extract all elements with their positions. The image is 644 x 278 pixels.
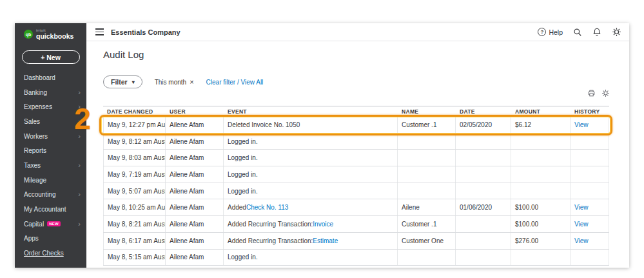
quickbooks-label: quickbooks (36, 33, 73, 40)
filter-button[interactable]: Filter ▾ (103, 75, 142, 88)
table-row[interactable]: May 9, 5:07 am Australia...Ailene AfamLo… (103, 183, 609, 200)
event-text: Logged in. (228, 138, 258, 145)
sidebar-item-label: Sales (24, 118, 40, 125)
cell-date: 02/05/2020 (456, 117, 511, 133)
sidebar-item-mileage[interactable]: Mileage (15, 173, 86, 188)
caret-down-icon: ▾ (132, 79, 135, 85)
sidebar-item-capital[interactable]: CapitalNEW› (15, 217, 86, 232)
chevron-right-icon: › (78, 103, 81, 110)
table-row[interactable]: May 8, 10:25 am Australi...Ailene AfamAd… (103, 199, 609, 216)
cell-date (456, 216, 511, 232)
remove-filter-icon[interactable]: × (190, 78, 193, 86)
cell-history (571, 166, 609, 183)
sidebar-item-accounting[interactable]: Accounting› (15, 188, 86, 203)
sidebar-item-apps[interactable]: Apps (15, 232, 86, 246)
table-row[interactable]: May 8, 5:15 am Australia...Ailene AfamLo… (103, 250, 609, 266)
table-row[interactable]: May 9, 8:12 am Australia...Ailene AfamLo… (103, 134, 609, 150)
cell-name (398, 134, 456, 150)
cell-event: Added Recurring Transaction: Invoice (224, 216, 398, 232)
view-history-link[interactable]: View (574, 121, 589, 128)
cell-date-changed: May 9, 8:12 am Australia... (103, 134, 166, 150)
topbar-actions: ? Help (538, 27, 621, 37)
new-button[interactable]: + New (22, 50, 80, 64)
table-row[interactable]: May 8, 6:17 am Australia...Ailene AfamAd… (103, 233, 609, 250)
help-button[interactable]: ? Help (538, 28, 563, 36)
cell-user: Ailene Afam (166, 166, 224, 183)
column-header: DATE CHANGED (103, 106, 166, 116)
settings-gear-icon[interactable] (612, 27, 621, 37)
notifications-bell-icon[interactable] (592, 27, 601, 37)
table-settings-gear-icon[interactable] (601, 89, 610, 97)
quickbooks-logo: qb intuit quickbooks (15, 23, 86, 40)
cell-date (456, 150, 511, 166)
cell-event: Logged in. (224, 166, 398, 183)
table-row[interactable]: May 9, 8:03 am Australia...Ailene AfamLo… (103, 150, 609, 166)
column-header: NAME (398, 106, 456, 116)
cell-user: Ailene Afam (166, 233, 224, 249)
cell-history (571, 150, 609, 166)
table-row[interactable]: May 8, 8:21 am Australia...Ailene AfamAd… (103, 216, 609, 233)
quickbooks-wordmark: intuit quickbooks (36, 29, 73, 40)
cell-date (456, 166, 511, 183)
cell-date: 01/06/2020 (456, 199, 511, 215)
event-text: Logged in. (228, 253, 258, 261)
cell-name: Customer .1 (398, 117, 456, 133)
active-filter-chip[interactable]: This month × (155, 78, 194, 86)
cell-date (456, 250, 511, 266)
sidebar-item-sales[interactable]: Sales› (15, 114, 86, 129)
cell-date (456, 233, 511, 249)
cell-date-changed: May 9, 8:03 am Australia... (103, 150, 166, 166)
sidebar-item-banking[interactable]: Banking› (15, 85, 86, 100)
print-icon[interactable] (587, 89, 596, 97)
view-history-link[interactable]: View (574, 204, 589, 211)
app-window: qb intuit quickbooks + New DashboardBank… (15, 23, 629, 268)
cell-name (398, 150, 456, 166)
cell-date-changed: May 8, 5:15 am Australia... (103, 250, 166, 266)
event-link[interactable]: Estimate (313, 237, 338, 244)
filter-row: Filter ▾ This month × Clear filter / Vie… (103, 75, 263, 88)
cell-event: Added Check No. 113 (224, 199, 398, 215)
cell-amount (511, 183, 571, 199)
cell-user: Ailene Afam (166, 134, 224, 150)
event-link[interactable]: Invoice (313, 221, 333, 228)
company-name: Essentials Company (111, 28, 181, 36)
topbar: Essentials Company ? Help (86, 23, 629, 41)
cell-history (571, 134, 609, 150)
cell-date-changed: May 9, 7:19 am Australia... (103, 166, 166, 183)
table-row[interactable]: May 9, 7:19 am Australia...Ailene AfamLo… (103, 166, 609, 183)
help-icon: ? (538, 28, 546, 36)
sidebar-item-label: Accounting (24, 191, 55, 198)
sidebar-item-order-checks[interactable]: Order Checks (15, 246, 86, 261)
event-text: Added (228, 204, 246, 211)
page-title: Audit Log (103, 49, 144, 60)
sidebar-item-label: My Accountant (24, 206, 66, 213)
sidebar-item-taxes[interactable]: Taxes› (15, 158, 86, 173)
search-icon[interactable] (573, 28, 582, 37)
sidebar-item-label: Reports (24, 147, 46, 154)
table-header-row: DATE CHANGEDUSEREVENTNAMEDATEAMOUNTHISTO… (103, 106, 609, 117)
cell-date-changed: May 8, 8:21 am Australia... (103, 216, 166, 232)
clear-filter-link[interactable]: Clear filter / View All (206, 79, 264, 86)
audit-log-table: DATE CHANGEDUSEREVENTNAMEDATEAMOUNTHISTO… (103, 106, 609, 266)
cell-event: Deleted Invoice No. 1050 (224, 117, 398, 133)
view-history-link[interactable]: View (574, 237, 589, 244)
hamburger-menu-icon[interactable] (95, 28, 104, 35)
table-row[interactable]: May 9, 12:27 pm Australi...Ailene AfamDe… (103, 117, 609, 134)
event-link[interactable]: Check No. 113 (246, 204, 288, 211)
sidebar-item-my-accountant[interactable]: My Accountant (15, 202, 86, 217)
table-tools (587, 89, 610, 97)
view-history-link[interactable]: View (574, 221, 589, 228)
cell-amount: $100.00 (511, 199, 571, 215)
sidebar-item-label: Workers (24, 133, 48, 140)
sidebar-item-label: Taxes (24, 162, 41, 169)
cell-date-changed: May 8, 6:17 am Australia... (103, 233, 166, 249)
cell-history (571, 183, 609, 199)
sidebar-item-reports[interactable]: Reports (15, 143, 86, 158)
cell-event: Logged in. (224, 183, 398, 199)
cell-name: Ailene (398, 199, 456, 215)
sidebar-item-workers[interactable]: Workers› (15, 129, 86, 144)
filter-button-label: Filter (111, 78, 128, 86)
sidebar-item-expenses[interactable]: Expenses› (15, 99, 86, 114)
sidebar-item-dashboard[interactable]: Dashboard (15, 70, 86, 85)
chevron-right-icon: › (78, 191, 81, 198)
